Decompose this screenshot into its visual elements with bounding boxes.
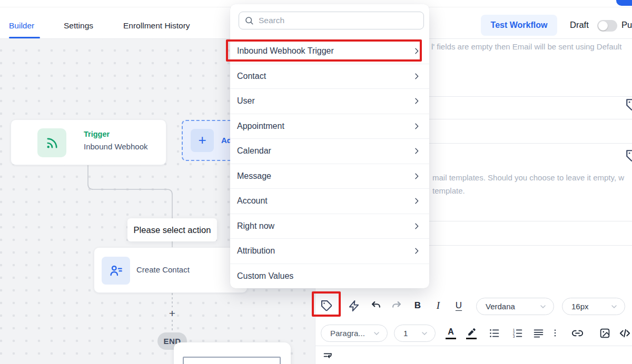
insert-link-button[interactable]	[569, 325, 585, 341]
menu-item-custom-values[interactable]: Custom Values	[230, 264, 429, 289]
menu-item-label: Right now	[237, 221, 412, 231]
helper-text-3: template.	[432, 186, 632, 195]
tab-builder[interactable]: Builder	[9, 20, 34, 32]
search-icon	[244, 16, 254, 25]
helper-text-1: l' fields are empty then Email will be s…	[431, 42, 632, 51]
add-step-plus-icon[interactable]: +	[166, 307, 178, 320]
ordered-list-button[interactable]: 1 2 3	[509, 325, 525, 341]
lightning-icon	[348, 300, 360, 312]
trigger-iconbox	[37, 128, 66, 157]
draft-label: Draft	[570, 20, 589, 30]
code-view-button[interactable]	[617, 325, 632, 341]
workflow-builder-app: Builder Settings Enrollment History Test…	[0, 0, 632, 364]
highlight-color-bar	[466, 338, 477, 339]
more-options-button[interactable]	[549, 325, 561, 341]
trigger-card-title: Trigger	[84, 130, 110, 138]
line-height-select[interactable]: 1	[394, 325, 436, 342]
action-menu-list: Inbound Webhook Trigger Contact User App…	[230, 39, 429, 289]
chevron-down-icon	[539, 302, 547, 311]
menu-item-calendar[interactable]: Calendar	[230, 139, 429, 164]
font-family-value: Verdana	[486, 302, 539, 311]
bold-button[interactable]: B	[410, 298, 426, 314]
chevron-right-icon	[412, 247, 421, 255]
align-button[interactable]	[530, 325, 546, 341]
trigger-card-subtitle: Inbound Webhook	[84, 142, 148, 151]
menu-item-message[interactable]: Message	[230, 164, 429, 189]
chevron-right-icon	[412, 47, 421, 55]
menu-item-right-now[interactable]: Right now	[230, 214, 429, 239]
font-size-select[interactable]: 16px	[562, 298, 625, 315]
bullet-list-icon	[489, 328, 500, 339]
font-size-value: 16px	[571, 302, 610, 311]
publish-label: Pu	[621, 20, 632, 30]
menu-item-attribution[interactable]: Attribution	[230, 239, 429, 264]
tab-settings[interactable]: Settings	[64, 20, 93, 32]
helper-text-2: mail templates. Should you choose to lea…	[432, 173, 632, 182]
menu-item-label: Inbound Webhook Trigger	[237, 46, 412, 56]
underline-button[interactable]: U	[451, 298, 467, 314]
bold-glyph: B	[414, 300, 421, 311]
svg-text:3: 3	[512, 335, 515, 338]
chevron-right-icon	[412, 172, 421, 180]
publish-toggle[interactable]	[597, 20, 617, 32]
italic-button[interactable]: I	[430, 298, 446, 314]
menu-item-label: Contact	[237, 72, 412, 81]
trigger-node-card[interactable]: Trigger Inbound Webhook	[11, 119, 166, 165]
text-color-button[interactable]: A	[443, 325, 459, 341]
font-family-select[interactable]: Verdana	[476, 298, 554, 315]
line-height-value: 1	[403, 329, 420, 338]
highlighter-icon	[467, 327, 477, 337]
text-color-bar	[446, 338, 456, 339]
toggle-knob	[598, 21, 608, 31]
chevron-down-icon	[372, 329, 381, 338]
bullet-list-button[interactable]	[486, 325, 502, 341]
menu-item-inbound-webhook-trigger[interactable]: Inbound Webhook Trigger	[230, 39, 429, 64]
action-search-popup: Inbound Webhook Trigger Contact User App…	[230, 4, 429, 288]
menu-item-label: Attribution	[237, 246, 412, 256]
paragraph-style-select[interactable]: Paragra...	[321, 325, 388, 342]
italic-glyph: I	[437, 300, 440, 311]
plus-icon: +	[191, 129, 214, 152]
text-wrap-icon	[323, 351, 334, 362]
tab-enrollment-history[interactable]: Enrollment History	[123, 20, 190, 32]
redo-button[interactable]	[389, 298, 404, 314]
create-contact-node-card[interactable]: Create Contact	[94, 247, 248, 293]
custom-values-tag-button[interactable]	[319, 298, 334, 314]
menu-item-label: Message	[237, 171, 412, 181]
chevron-down-icon	[420, 329, 429, 338]
chevron-right-icon	[412, 147, 421, 155]
chevron-right-icon	[412, 222, 421, 230]
underline-glyph: U	[456, 300, 462, 311]
insert-image-button[interactable]	[597, 325, 613, 341]
link-icon	[571, 327, 584, 339]
align-left-icon	[533, 328, 544, 339]
tag-icon	[320, 299, 333, 312]
chevron-right-icon	[412, 97, 421, 105]
custom-values-tag-icon[interactable]	[625, 149, 632, 163]
redo-icon	[391, 300, 402, 311]
chevron-right-icon	[412, 197, 421, 205]
select-action-tooltip: Please select action	[127, 218, 217, 241]
custom-values-tag-icon[interactable]	[625, 98, 632, 112]
menu-item-label: User	[237, 96, 412, 106]
toolbar-divider	[315, 346, 632, 346]
webhook-rss-icon	[45, 136, 60, 150]
menu-item-contact[interactable]: Contact	[230, 64, 429, 89]
menu-item-user[interactable]: User	[230, 89, 429, 114]
highlight-color-button[interactable]	[463, 325, 479, 341]
bottom-card-inner-field[interactable]	[183, 357, 281, 364]
search-input[interactable]	[259, 16, 418, 25]
create-contact-iconbox	[102, 257, 130, 285]
code-icon	[619, 327, 631, 339]
text-wrap-button[interactable]	[320, 349, 336, 364]
menu-item-account[interactable]: Account	[230, 189, 429, 214]
menu-item-label: Account	[237, 196, 412, 206]
search-field[interactable]	[239, 12, 424, 29]
trigger-links-button[interactable]	[346, 298, 362, 314]
undo-button[interactable]	[368, 298, 384, 314]
image-icon	[599, 328, 610, 339]
top-blue-button-fragment[interactable]	[616, 0, 632, 6]
test-workflow-button[interactable]: Test Workflow	[481, 15, 557, 36]
menu-item-label: Custom Values	[237, 271, 421, 281]
menu-item-appointment[interactable]: Appointment	[230, 114, 429, 139]
